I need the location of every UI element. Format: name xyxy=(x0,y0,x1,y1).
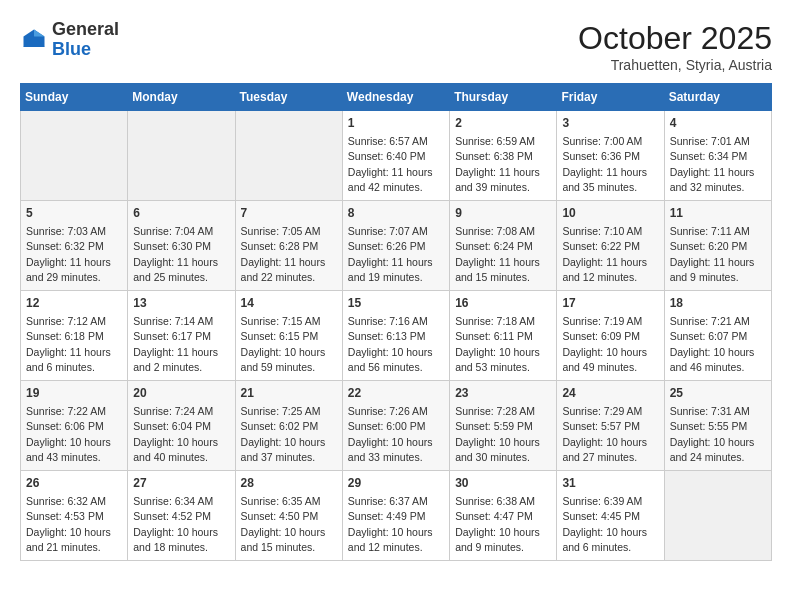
day-number: 11 xyxy=(670,205,766,222)
calendar-week-row: 12Sunrise: 7:12 AM Sunset: 6:18 PM Dayli… xyxy=(21,291,772,381)
day-header-friday: Friday xyxy=(557,84,664,111)
day-info: Sunrise: 6:34 AM Sunset: 4:52 PM Dayligh… xyxy=(133,495,221,553)
day-number: 31 xyxy=(562,475,658,492)
logo-icon xyxy=(20,26,48,54)
day-number: 4 xyxy=(670,115,766,132)
day-header-wednesday: Wednesday xyxy=(342,84,449,111)
day-header-saturday: Saturday xyxy=(664,84,771,111)
day-number: 24 xyxy=(562,385,658,402)
day-number: 18 xyxy=(670,295,766,312)
calendar-table: SundayMondayTuesdayWednesdayThursdayFrid… xyxy=(20,83,772,561)
calendar-cell: 17Sunrise: 7:19 AM Sunset: 6:09 PM Dayli… xyxy=(557,291,664,381)
day-info: Sunrise: 7:31 AM Sunset: 5:55 PM Dayligh… xyxy=(670,405,758,463)
calendar-cell: 22Sunrise: 7:26 AM Sunset: 6:00 PM Dayli… xyxy=(342,381,449,471)
day-number: 5 xyxy=(26,205,122,222)
day-number: 16 xyxy=(455,295,551,312)
day-info: Sunrise: 7:21 AM Sunset: 6:07 PM Dayligh… xyxy=(670,315,758,373)
calendar-cell: 8Sunrise: 7:07 AM Sunset: 6:26 PM Daylig… xyxy=(342,201,449,291)
calendar-cell: 24Sunrise: 7:29 AM Sunset: 5:57 PM Dayli… xyxy=(557,381,664,471)
calendar-cell: 23Sunrise: 7:28 AM Sunset: 5:59 PM Dayli… xyxy=(450,381,557,471)
day-header-tuesday: Tuesday xyxy=(235,84,342,111)
day-info: Sunrise: 7:05 AM Sunset: 6:28 PM Dayligh… xyxy=(241,225,329,283)
day-number: 17 xyxy=(562,295,658,312)
calendar-cell: 19Sunrise: 7:22 AM Sunset: 6:06 PM Dayli… xyxy=(21,381,128,471)
day-info: Sunrise: 7:19 AM Sunset: 6:09 PM Dayligh… xyxy=(562,315,650,373)
calendar-cell xyxy=(235,111,342,201)
day-header-thursday: Thursday xyxy=(450,84,557,111)
calendar-cell: 10Sunrise: 7:10 AM Sunset: 6:22 PM Dayli… xyxy=(557,201,664,291)
calendar-week-row: 19Sunrise: 7:22 AM Sunset: 6:06 PM Dayli… xyxy=(21,381,772,471)
day-number: 2 xyxy=(455,115,551,132)
day-number: 19 xyxy=(26,385,122,402)
day-info: Sunrise: 6:32 AM Sunset: 4:53 PM Dayligh… xyxy=(26,495,114,553)
day-info: Sunrise: 6:39 AM Sunset: 4:45 PM Dayligh… xyxy=(562,495,650,553)
day-number: 12 xyxy=(26,295,122,312)
day-number: 23 xyxy=(455,385,551,402)
day-info: Sunrise: 7:08 AM Sunset: 6:24 PM Dayligh… xyxy=(455,225,543,283)
day-info: Sunrise: 7:26 AM Sunset: 6:00 PM Dayligh… xyxy=(348,405,436,463)
day-number: 15 xyxy=(348,295,444,312)
calendar-cell: 27Sunrise: 6:34 AM Sunset: 4:52 PM Dayli… xyxy=(128,471,235,561)
day-info: Sunrise: 7:22 AM Sunset: 6:06 PM Dayligh… xyxy=(26,405,114,463)
calendar-cell: 21Sunrise: 7:25 AM Sunset: 6:02 PM Dayli… xyxy=(235,381,342,471)
day-info: Sunrise: 7:18 AM Sunset: 6:11 PM Dayligh… xyxy=(455,315,543,373)
day-info: Sunrise: 7:25 AM Sunset: 6:02 PM Dayligh… xyxy=(241,405,329,463)
day-number: 7 xyxy=(241,205,337,222)
day-number: 1 xyxy=(348,115,444,132)
logo: General Blue xyxy=(20,20,119,60)
logo-text: General Blue xyxy=(52,20,119,60)
calendar-cell: 1Sunrise: 6:57 AM Sunset: 6:40 PM Daylig… xyxy=(342,111,449,201)
calendar-cell: 12Sunrise: 7:12 AM Sunset: 6:18 PM Dayli… xyxy=(21,291,128,381)
day-info: Sunrise: 7:29 AM Sunset: 5:57 PM Dayligh… xyxy=(562,405,650,463)
calendar-cell: 2Sunrise: 6:59 AM Sunset: 6:38 PM Daylig… xyxy=(450,111,557,201)
day-info: Sunrise: 7:03 AM Sunset: 6:32 PM Dayligh… xyxy=(26,225,114,283)
title-block: October 2025 Trahuetten, Styria, Austria xyxy=(578,20,772,73)
day-info: Sunrise: 7:10 AM Sunset: 6:22 PM Dayligh… xyxy=(562,225,650,283)
calendar-cell: 31Sunrise: 6:39 AM Sunset: 4:45 PM Dayli… xyxy=(557,471,664,561)
day-number: 3 xyxy=(562,115,658,132)
day-number: 29 xyxy=(348,475,444,492)
calendar-cell: 13Sunrise: 7:14 AM Sunset: 6:17 PM Dayli… xyxy=(128,291,235,381)
day-info: Sunrise: 7:12 AM Sunset: 6:18 PM Dayligh… xyxy=(26,315,114,373)
month-title: October 2025 xyxy=(578,20,772,57)
calendar-cell: 28Sunrise: 6:35 AM Sunset: 4:50 PM Dayli… xyxy=(235,471,342,561)
calendar-cell: 11Sunrise: 7:11 AM Sunset: 6:20 PM Dayli… xyxy=(664,201,771,291)
day-number: 22 xyxy=(348,385,444,402)
calendar-cell: 15Sunrise: 7:16 AM Sunset: 6:13 PM Dayli… xyxy=(342,291,449,381)
calendar-cell: 14Sunrise: 7:15 AM Sunset: 6:15 PM Dayli… xyxy=(235,291,342,381)
day-info: Sunrise: 6:38 AM Sunset: 4:47 PM Dayligh… xyxy=(455,495,543,553)
calendar-week-row: 5Sunrise: 7:03 AM Sunset: 6:32 PM Daylig… xyxy=(21,201,772,291)
day-number: 26 xyxy=(26,475,122,492)
calendar-week-row: 26Sunrise: 6:32 AM Sunset: 4:53 PM Dayli… xyxy=(21,471,772,561)
calendar-cell: 26Sunrise: 6:32 AM Sunset: 4:53 PM Dayli… xyxy=(21,471,128,561)
calendar-cell: 4Sunrise: 7:01 AM Sunset: 6:34 PM Daylig… xyxy=(664,111,771,201)
calendar-cell xyxy=(664,471,771,561)
day-number: 8 xyxy=(348,205,444,222)
calendar-cell: 3Sunrise: 7:00 AM Sunset: 6:36 PM Daylig… xyxy=(557,111,664,201)
day-info: Sunrise: 7:28 AM Sunset: 5:59 PM Dayligh… xyxy=(455,405,543,463)
day-info: Sunrise: 7:07 AM Sunset: 6:26 PM Dayligh… xyxy=(348,225,436,283)
day-info: Sunrise: 6:57 AM Sunset: 6:40 PM Dayligh… xyxy=(348,135,436,193)
calendar-cell: 16Sunrise: 7:18 AM Sunset: 6:11 PM Dayli… xyxy=(450,291,557,381)
calendar-header-row: SundayMondayTuesdayWednesdayThursdayFrid… xyxy=(21,84,772,111)
page-header: General Blue October 2025 Trahuetten, St… xyxy=(20,20,772,73)
day-number: 30 xyxy=(455,475,551,492)
calendar-cell: 6Sunrise: 7:04 AM Sunset: 6:30 PM Daylig… xyxy=(128,201,235,291)
day-header-sunday: Sunday xyxy=(21,84,128,111)
calendar-cell: 9Sunrise: 7:08 AM Sunset: 6:24 PM Daylig… xyxy=(450,201,557,291)
calendar-cell xyxy=(128,111,235,201)
day-info: Sunrise: 7:16 AM Sunset: 6:13 PM Dayligh… xyxy=(348,315,436,373)
day-number: 14 xyxy=(241,295,337,312)
day-info: Sunrise: 6:35 AM Sunset: 4:50 PM Dayligh… xyxy=(241,495,329,553)
day-info: Sunrise: 7:14 AM Sunset: 6:17 PM Dayligh… xyxy=(133,315,221,373)
calendar-cell: 30Sunrise: 6:38 AM Sunset: 4:47 PM Dayli… xyxy=(450,471,557,561)
day-number: 27 xyxy=(133,475,229,492)
day-info: Sunrise: 7:24 AM Sunset: 6:04 PM Dayligh… xyxy=(133,405,221,463)
svg-marker-1 xyxy=(34,29,45,36)
calendar-week-row: 1Sunrise: 6:57 AM Sunset: 6:40 PM Daylig… xyxy=(21,111,772,201)
calendar-cell: 7Sunrise: 7:05 AM Sunset: 6:28 PM Daylig… xyxy=(235,201,342,291)
calendar-cell: 25Sunrise: 7:31 AM Sunset: 5:55 PM Dayli… xyxy=(664,381,771,471)
day-info: Sunrise: 7:00 AM Sunset: 6:36 PM Dayligh… xyxy=(562,135,650,193)
calendar-cell xyxy=(21,111,128,201)
day-info: Sunrise: 6:59 AM Sunset: 6:38 PM Dayligh… xyxy=(455,135,543,193)
